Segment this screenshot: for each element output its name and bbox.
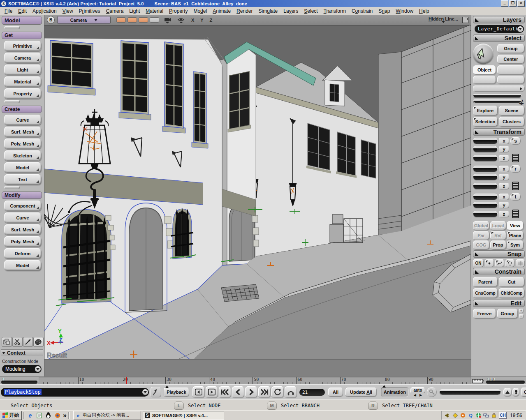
get-property-button[interactable]: Property — [4, 88, 41, 99]
offline-globe-icon[interactable] — [475, 412, 482, 418]
menu-material[interactable]: Material — [143, 8, 166, 14]
transform-sym-button[interactable]: Sym — [507, 240, 524, 249]
viewport-letter-button[interactable]: B — [47, 16, 55, 24]
memo-cam-slot[interactable] — [139, 17, 148, 23]
menu-simulate[interactable]: Simulate — [256, 8, 281, 14]
transform-mode-r-button[interactable]: r — [510, 165, 521, 173]
building-recess-wall[interactable] — [378, 52, 401, 235]
selection-slider[interactable] — [473, 99, 521, 103]
palette-icon[interactable] — [33, 337, 44, 347]
transform-s-x-axis-button[interactable]: x — [499, 138, 509, 144]
title-bar[interactable]: S SOFTIMAGE® | XSI® v.4.2 (Adv) Project:… — [0, 0, 526, 7]
menu-light[interactable]: Light — [126, 8, 143, 14]
menu-window[interactable]: Window — [393, 8, 416, 14]
transform-view-button[interactable]: View — [507, 221, 524, 230]
dropdown-arrow-icon[interactable] — [35, 366, 41, 372]
transform-lock-icon[interactable] — [512, 182, 519, 190]
menu-camera[interactable]: Camera — [103, 8, 127, 14]
snap-on-button[interactable]: ON — [473, 259, 484, 267]
audio-mute-icon[interactable] — [285, 386, 297, 398]
transform-ref-button[interactable]: Ref — [490, 231, 506, 240]
transform-lock-icon[interactable] — [512, 210, 519, 218]
frame-step-back-button[interactable] — [192, 386, 205, 398]
transform-t-y-axis-button[interactable]: y — [499, 202, 509, 208]
selection-filter-button[interactable] — [473, 85, 525, 92]
get-camera-button[interactable]: Camera — [4, 53, 41, 63]
barred-gate-1[interactable] — [62, 210, 115, 303]
transform-r-z-axis-button[interactable]: z — [499, 183, 509, 189]
transform-r-y-axis-button[interactable]: y — [499, 174, 509, 180]
timeline-end-frame[interactable]: 100 — [485, 377, 526, 385]
menu-layers[interactable]: Layers — [280, 8, 301, 14]
building-left-gable[interactable] — [217, 49, 259, 265]
script-icon[interactable] — [151, 387, 161, 397]
transform-plane-button[interactable]: Plane — [507, 231, 524, 240]
transform-s-y-slider[interactable] — [473, 146, 498, 152]
clear-keys-button[interactable]: Clr — [521, 388, 526, 397]
play-forward-button[interactable] — [245, 386, 257, 398]
tray-diamond-icon[interactable] — [452, 412, 458, 418]
scissors-icon[interactable] — [12, 337, 23, 347]
all-button[interactable]: All — [328, 388, 343, 397]
construction-mode-dropdown[interactable]: Modeling — [2, 365, 42, 373]
lock-icon[interactable] — [491, 412, 497, 418]
minimize-button[interactable]: _ — [501, 0, 508, 7]
auto-key-button[interactable]: auto — [410, 387, 425, 393]
selection-slider[interactable] — [473, 94, 521, 98]
transform-s-y-axis-button[interactable]: y — [499, 146, 509, 152]
transform-t-x-slider[interactable] — [473, 194, 498, 200]
current-frame-field[interactable]: 21 — [299, 389, 325, 396]
snap-point-icon[interactable] — [485, 259, 494, 267]
playback-mode-dropdown[interactable]: PlaybackStop — [1, 388, 149, 397]
select-empty-button[interactable] — [473, 76, 496, 84]
display-mode-button[interactable]: Hidden Line... — [429, 17, 458, 23]
context-section-header[interactable]: Context — [1, 349, 43, 356]
menu-view[interactable]: View — [60, 8, 76, 14]
quick-launch-more[interactable]: » — [63, 412, 67, 419]
viewport-axis-buttons[interactable]: X Y Z — [191, 18, 215, 23]
timeline-ruler[interactable]: 102030405060708090 — [39, 377, 471, 385]
dropdown-arrow-icon[interactable] — [142, 389, 148, 395]
create-text-button[interactable]: Text — [4, 174, 41, 185]
menu-primitives[interactable]: Primitives — [76, 8, 103, 14]
transform-t-x-axis-button[interactable]: x — [499, 194, 509, 200]
section-header-get[interactable]: Get — [2, 32, 42, 39]
tray-q-icon[interactable]: Q — [468, 412, 474, 418]
edit-group-button[interactable]: Group — [497, 309, 518, 318]
select-tool-button[interactable] — [473, 44, 494, 64]
snap-section-header[interactable]: Snap — [473, 250, 525, 258]
transform-section-header[interactable]: Transform — [473, 128, 525, 136]
get-primitive-button[interactable]: Primitive — [4, 41, 41, 51]
constrain-cut-button[interactable]: Cut — [499, 277, 524, 287]
viewport-camera-dropdown[interactable]: Camera — [57, 16, 111, 24]
transform-r-x-slider[interactable] — [473, 166, 498, 172]
transform-r-x-axis-button[interactable]: x — [499, 166, 509, 172]
key-slider[interactable] — [439, 389, 501, 395]
frame-step-forward-button[interactable] — [206, 386, 218, 398]
constrain-section-header[interactable]: Constrain — [473, 268, 525, 275]
transform-r-y-slider[interactable] — [473, 174, 498, 180]
constrain-cnscomp-button[interactable]: CnsComp — [473, 288, 498, 298]
hierarchy-icon[interactable] — [2, 337, 12, 347]
select-empty-button[interactable] — [497, 76, 524, 84]
menu-application[interactable]: Application — [30, 8, 60, 14]
edit-minus-button[interactable]: − — [519, 314, 524, 318]
tray-radio-icon[interactable] — [460, 412, 466, 418]
toolbar-mode-selector[interactable]: Model — [2, 16, 42, 25]
pen-icon[interactable] — [23, 337, 33, 347]
menu-render[interactable]: Render — [234, 8, 255, 14]
transform-cog-button[interactable]: COG — [473, 240, 489, 249]
dropdown-arrow-icon[interactable] — [517, 26, 523, 32]
selection-button[interactable]: Selection — [473, 117, 498, 127]
task-button-xsi[interactable]: S SOFTIMAGE® | XSI® v.4... — [143, 411, 224, 420]
edit-plus-button[interactable]: + — [519, 309, 524, 313]
menu-model[interactable]: Model — [190, 8, 210, 14]
barred-gate-2[interactable] — [171, 208, 193, 259]
menu-transform[interactable]: Transform — [321, 8, 349, 14]
volume-icon[interactable] — [444, 412, 450, 418]
transform-s-z-axis-button[interactable]: z — [499, 155, 509, 162]
select-center-button[interactable]: Center — [497, 55, 524, 64]
key-icon[interactable] — [427, 387, 437, 397]
memo-cam-slot[interactable] — [116, 17, 126, 23]
explore-button[interactable]: Explore — [473, 106, 498, 115]
